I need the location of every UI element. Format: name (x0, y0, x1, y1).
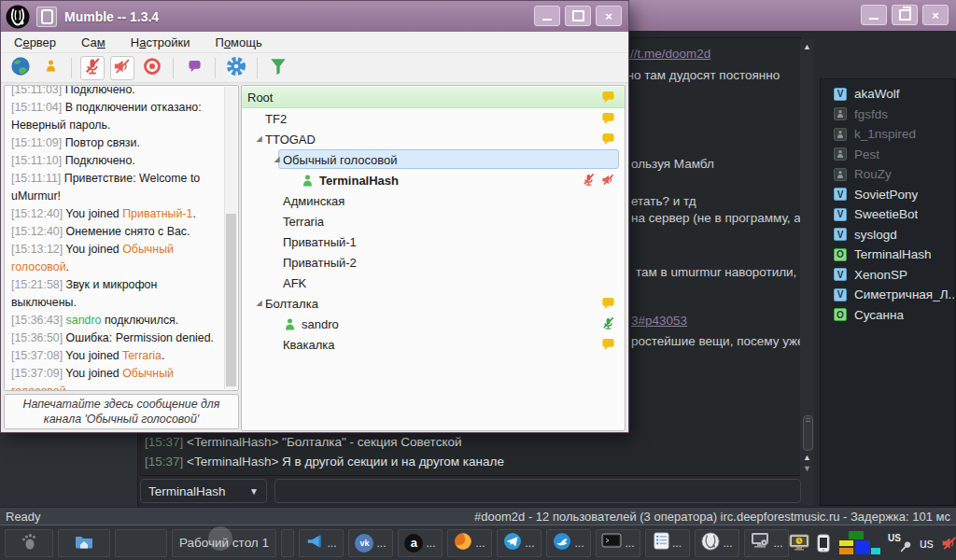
user-list-item-Симетричная_Л...[interactable]: VСиметричная_Л... (821, 285, 955, 305)
channel-row-Квакалка[interactable]: Квакалка (242, 334, 625, 355)
user-row-sandro[interactable]: sandro (242, 314, 625, 334)
mute-microphone-button[interactable] (80, 56, 105, 80)
maximize-button[interactable] (565, 6, 591, 26)
user-information-button[interactable] (38, 56, 63, 80)
workspace-pager-icon[interactable] (837, 530, 880, 555)
message-timestamp: [15:37] (145, 435, 187, 449)
keyboard-settings-icon[interactable]: US (888, 533, 912, 553)
channel-tree[interactable]: RootTF2◢TTOGAD◢Обычный голосовойTerminal… (241, 85, 626, 431)
taskbar-app-screenshot[interactable]: ... (744, 529, 789, 557)
scroll-up-icon[interactable]: ▲ (802, 454, 812, 462)
connect-globe-button[interactable] (8, 56, 33, 80)
nickname-combobox[interactable]: TerminalHash ▼ (140, 479, 267, 503)
user-name: TerminalHash (854, 247, 932, 261)
irc-chat-scrollbar[interactable]: ▲ ▲ ▼ (800, 39, 814, 506)
mumble-window-controls: × (534, 6, 622, 26)
chat-segment: подключился. (101, 314, 178, 327)
channel-row-TF2[interactable]: TF2 (242, 108, 625, 129)
close-button[interactable]: × (596, 6, 622, 26)
phone-icon[interactable] (817, 534, 830, 553)
irc-minimize-button[interactable] (861, 5, 887, 25)
gnome-foot-icon (20, 532, 38, 553)
file-manager-button[interactable] (58, 529, 110, 557)
user-list-item-SovietPony[interactable]: VSovietPony (821, 185, 955, 205)
taskbar-app-terminal[interactable]: ... (596, 529, 640, 557)
tree-expand-icon[interactable]: ◢ (271, 149, 283, 170)
tree-row-status-icons (601, 90, 615, 104)
user-list-item-fgsfds[interactable]: fgsfds (821, 105, 955, 125)
user-list-item-Pest[interactable]: Pest (821, 145, 955, 165)
menu-text-post: стройки (146, 35, 190, 49)
user-list-item-XenonSP[interactable]: VXenonSP (821, 265, 955, 286)
channel-row-Админская[interactable]: Админская (242, 190, 625, 211)
channel-row-Terraria[interactable]: Terraria (242, 211, 625, 231)
empty-launcher-button[interactable] (115, 529, 167, 557)
toolbar-separator (173, 58, 174, 78)
empty-small-button[interactable] (281, 529, 294, 557)
chat-segment: You joined (63, 367, 122, 380)
chat-bubble-icon (601, 337, 615, 351)
channel-row-Обычный голосовой[interactable]: ◢Обычный голосовой (242, 149, 625, 170)
menu-text-pre: Н (131, 35, 139, 49)
taskbar-app-a-circle[interactable]: a... (398, 529, 443, 557)
chat-scrollbar[interactable] (224, 87, 237, 389)
window-menu-icon[interactable] (36, 7, 57, 27)
scroll-down-icon[interactable]: ▼ (802, 465, 812, 473)
tree-expand-icon[interactable]: ◢ (253, 293, 265, 314)
irc-close-button[interactable]: × (922, 5, 949, 25)
channel-row-AFK[interactable]: AFK (242, 273, 625, 293)
channel-row-Root[interactable]: Root (242, 87, 625, 108)
message-input[interactable]: Напечатайте здесь сообщение для канала '… (4, 394, 239, 429)
user-list-item-SweetieBot[interactable]: VSweetieBot (821, 204, 955, 225)
tree-expand-icon[interactable]: ◢ (253, 129, 265, 149)
app-menu-button[interactable] (5, 529, 53, 557)
user-list-item-Сусанна[interactable]: OСусанна (821, 305, 955, 326)
workspace-switcher[interactable]: Рабочий стол 1 (172, 529, 276, 557)
chat-line: [15:12:40] Онемение снято с Вас. (11, 223, 221, 241)
menu-item-0[interactable]: Сервер (14, 35, 56, 49)
menu-item-2[interactable]: Настройки (131, 35, 190, 49)
taskbar-app-mumble[interactable]: ... (695, 529, 739, 557)
keyboard-layout-label[interactable]: us (920, 536, 934, 551)
channel-row-Болталка[interactable]: ◢Болталка (242, 293, 625, 314)
mumble-titlebar[interactable]: Mumble -- 1.3.4 × (1, 1, 628, 32)
irc-link-fragment[interactable]: 3#p43053 (631, 314, 687, 328)
taskbar-app-notes[interactable]: ... (645, 529, 690, 557)
message-nick: <TerminalHash> (187, 435, 282, 449)
irc-scroll-thumb[interactable] (803, 415, 813, 451)
chat-segment: sandro (66, 314, 102, 327)
user-list-item-TerminalHash[interactable]: OTerminalHash (821, 245, 955, 265)
minimize-button[interactable] (534, 6, 560, 26)
scroll-up-icon[interactable]: ▲ (802, 43, 812, 51)
channel-row-Приватный-2[interactable]: Приватный-2 (242, 252, 625, 273)
irc-restore-button[interactable] (892, 5, 918, 25)
taskbar-app-megaphone[interactable]: ... (299, 529, 344, 557)
message-nick: <TerminalHash> (187, 455, 282, 469)
taskbar-app-vk[interactable]: vk... (348, 529, 393, 557)
filter-button[interactable] (266, 56, 290, 80)
user-list-item-k_1nspired[interactable]: k_1nspired (821, 124, 955, 145)
taskbar-app-kvirc-bird[interactable]: ... (546, 529, 591, 557)
mute-speakers-button[interactable] (110, 56, 134, 80)
menu-item-3[interactable]: Помощь (216, 35, 262, 49)
user-list-item-syslogd[interactable]: Vsyslogd (821, 225, 955, 245)
chat-log-pane[interactable]: [15:11:03] Подключено.[15:11:04] В подкл… (4, 85, 239, 391)
channel-row-TTOGAD[interactable]: ◢TTOGAD (242, 129, 625, 149)
irc-message-input[interactable] (274, 479, 801, 503)
toolbar-separator (215, 58, 216, 78)
taskbar-app-firefox[interactable]: ... (447, 529, 492, 557)
settings-gear-button[interactable] (224, 56, 248, 80)
channel-row-Приватный-1[interactable]: Приватный-1 (242, 231, 625, 252)
taskbar-app-telegram[interactable]: ... (497, 529, 541, 557)
record-button[interactable] (140, 56, 164, 80)
irc-user-list[interactable]: VakaWolffgsfdsk_1nspiredPestRouZyVSoviet… (820, 78, 956, 506)
clock-monitor-icon[interactable] (789, 534, 809, 553)
volume-muted-icon[interactable] (941, 535, 956, 552)
user-list-item-RouZy[interactable]: RouZy (821, 164, 955, 185)
user-row-TerminalHash[interactable]: TerminalHash (242, 170, 625, 190)
text-message-button[interactable] (182, 56, 206, 80)
chat-scroll-thumb[interactable] (226, 214, 236, 386)
screenshot-icon (750, 532, 770, 553)
menu-item-1[interactable]: Сам (81, 35, 105, 49)
user-list-item-akaWolf[interactable]: VakaWolf (821, 84, 955, 105)
